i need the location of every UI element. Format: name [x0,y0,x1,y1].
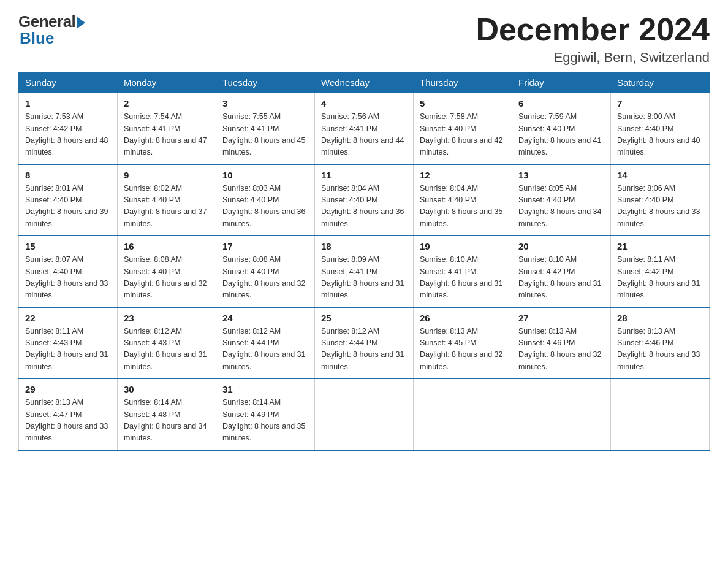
day-number: 12 [420,170,506,180]
day-number: 29 [25,384,111,394]
day-number: 26 [420,313,506,323]
day-info: Sunrise: 8:02 AM Sunset: 4:40 PM Dayligh… [124,183,210,231]
day-info: Sunrise: 8:04 AM Sunset: 4:40 PM Dayligh… [420,183,506,231]
calendar-week-row: 29 Sunrise: 8:13 AM Sunset: 4:47 PM Dayl… [19,378,710,450]
table-row: 3 Sunrise: 7:55 AM Sunset: 4:41 PM Dayli… [216,93,315,164]
column-header-thursday: Thursday [414,72,512,93]
table-row: 29 Sunrise: 8:13 AM Sunset: 4:47 PM Dayl… [19,378,118,450]
day-number: 15 [25,241,111,251]
calendar-week-row: 8 Sunrise: 8:01 AM Sunset: 4:40 PM Dayli… [19,164,710,236]
table-row: 15 Sunrise: 8:07 AM Sunset: 4:40 PM Dayl… [19,236,118,307]
day-info: Sunrise: 7:53 AM Sunset: 4:42 PM Dayligh… [25,111,111,159]
table-row: 16 Sunrise: 8:08 AM Sunset: 4:40 PM Dayl… [118,236,216,307]
table-row: 26 Sunrise: 8:13 AM Sunset: 4:45 PM Dayl… [414,307,512,379]
month-title: December 2024 [476,12,710,47]
day-number: 16 [124,241,210,251]
day-info: Sunrise: 8:07 AM Sunset: 4:40 PM Dayligh… [25,254,111,302]
table-row [414,378,512,450]
day-number: 19 [420,241,506,251]
day-number: 17 [222,241,308,251]
day-number: 20 [518,241,604,251]
day-number: 11 [321,170,407,180]
day-info: Sunrise: 8:00 AM Sunset: 4:40 PM Dayligh… [617,111,703,159]
day-info: Sunrise: 8:05 AM Sunset: 4:40 PM Dayligh… [518,183,604,231]
day-number: 25 [321,313,407,323]
day-info: Sunrise: 8:13 AM Sunset: 4:46 PM Dayligh… [518,326,604,373]
day-number: 8 [25,170,111,180]
day-number: 7 [617,98,703,109]
table-row: 21 Sunrise: 8:11 AM Sunset: 4:42 PM Dayl… [611,236,710,307]
day-info: Sunrise: 8:10 AM Sunset: 4:41 PM Dayligh… [420,254,506,302]
day-number: 3 [222,98,308,109]
page-header: General Blue December 2024 Eggiwil, Bern… [18,12,710,66]
calendar-table: SundayMondayTuesdayWednesdayThursdayFrid… [18,72,710,451]
table-row [512,378,611,450]
day-info: Sunrise: 7:54 AM Sunset: 4:41 PM Dayligh… [124,111,210,159]
table-row: 4 Sunrise: 7:56 AM Sunset: 4:41 PM Dayli… [315,93,414,164]
day-number: 13 [518,170,604,180]
table-row: 9 Sunrise: 8:02 AM Sunset: 4:40 PM Dayli… [118,164,216,236]
table-row: 31 Sunrise: 8:14 AM Sunset: 4:49 PM Dayl… [216,378,315,450]
day-info: Sunrise: 8:03 AM Sunset: 4:40 PM Dayligh… [222,183,308,231]
table-row: 6 Sunrise: 7:59 AM Sunset: 4:40 PM Dayli… [512,93,611,164]
day-info: Sunrise: 8:04 AM Sunset: 4:40 PM Dayligh… [321,183,407,231]
day-number: 9 [124,170,210,180]
day-number: 28 [617,313,703,323]
day-info: Sunrise: 7:55 AM Sunset: 4:41 PM Dayligh… [222,111,308,159]
table-row: 1 Sunrise: 7:53 AM Sunset: 4:42 PM Dayli… [19,93,118,164]
day-number: 14 [617,170,703,180]
day-info: Sunrise: 8:08 AM Sunset: 4:40 PM Dayligh… [124,254,210,302]
table-row: 10 Sunrise: 8:03 AM Sunset: 4:40 PM Dayl… [216,164,315,236]
day-info: Sunrise: 8:14 AM Sunset: 4:48 PM Dayligh… [124,397,210,445]
day-info: Sunrise: 8:06 AM Sunset: 4:40 PM Dayligh… [617,183,703,231]
day-info: Sunrise: 8:01 AM Sunset: 4:40 PM Dayligh… [25,183,111,231]
day-number: 5 [420,98,506,109]
table-row: 17 Sunrise: 8:08 AM Sunset: 4:40 PM Dayl… [216,236,315,307]
column-header-wednesday: Wednesday [315,72,414,93]
table-row [611,378,710,450]
day-number: 27 [518,313,604,323]
table-row: 23 Sunrise: 8:12 AM Sunset: 4:43 PM Dayl… [118,307,216,379]
day-info: Sunrise: 8:13 AM Sunset: 4:47 PM Dayligh… [25,397,111,445]
day-info: Sunrise: 8:09 AM Sunset: 4:41 PM Dayligh… [321,254,407,302]
day-number: 24 [222,313,308,323]
day-info: Sunrise: 8:12 AM Sunset: 4:44 PM Dayligh… [222,326,308,373]
day-info: Sunrise: 8:11 AM Sunset: 4:42 PM Dayligh… [617,254,703,302]
table-row: 13 Sunrise: 8:05 AM Sunset: 4:40 PM Dayl… [512,164,611,236]
logo-triangle-icon [77,17,85,29]
calendar-week-row: 1 Sunrise: 7:53 AM Sunset: 4:42 PM Dayli… [19,93,710,164]
table-row: 24 Sunrise: 8:12 AM Sunset: 4:44 PM Dayl… [216,307,315,379]
title-block: December 2024 Eggiwil, Bern, Switzerland [476,12,710,66]
column-header-sunday: Sunday [19,72,118,93]
table-row: 11 Sunrise: 8:04 AM Sunset: 4:40 PM Dayl… [315,164,414,236]
day-info: Sunrise: 7:58 AM Sunset: 4:40 PM Dayligh… [420,111,506,159]
day-info: Sunrise: 8:08 AM Sunset: 4:40 PM Dayligh… [222,254,308,302]
day-number: 4 [321,98,407,109]
day-number: 21 [617,241,703,251]
day-number: 22 [25,313,111,323]
table-row: 8 Sunrise: 8:01 AM Sunset: 4:40 PM Dayli… [19,164,118,236]
column-header-friday: Friday [512,72,611,93]
day-number: 31 [222,384,308,394]
day-number: 10 [222,170,308,180]
table-row: 18 Sunrise: 8:09 AM Sunset: 4:41 PM Dayl… [315,236,414,307]
day-info: Sunrise: 8:12 AM Sunset: 4:44 PM Dayligh… [321,326,407,373]
day-info: Sunrise: 8:14 AM Sunset: 4:49 PM Dayligh… [222,397,308,445]
day-info: Sunrise: 8:13 AM Sunset: 4:45 PM Dayligh… [420,326,506,373]
table-row: 27 Sunrise: 8:13 AM Sunset: 4:46 PM Dayl… [512,307,611,379]
logo: General Blue [18,12,85,48]
day-info: Sunrise: 7:56 AM Sunset: 4:41 PM Dayligh… [321,111,407,159]
location-subtitle: Eggiwil, Bern, Switzerland [476,50,710,66]
table-row: 30 Sunrise: 8:14 AM Sunset: 4:48 PM Dayl… [118,378,216,450]
day-number: 1 [25,98,111,109]
table-row: 19 Sunrise: 8:10 AM Sunset: 4:41 PM Dayl… [414,236,512,307]
table-row [315,378,414,450]
day-number: 2 [124,98,210,109]
calendar-week-row: 15 Sunrise: 8:07 AM Sunset: 4:40 PM Dayl… [19,236,710,307]
table-row: 28 Sunrise: 8:13 AM Sunset: 4:46 PM Dayl… [611,307,710,379]
table-row: 20 Sunrise: 8:10 AM Sunset: 4:42 PM Dayl… [512,236,611,307]
day-number: 30 [124,384,210,394]
calendar-header-row: SundayMondayTuesdayWednesdayThursdayFrid… [19,72,710,93]
day-info: Sunrise: 7:59 AM Sunset: 4:40 PM Dayligh… [518,111,604,159]
day-info: Sunrise: 8:10 AM Sunset: 4:42 PM Dayligh… [518,254,604,302]
